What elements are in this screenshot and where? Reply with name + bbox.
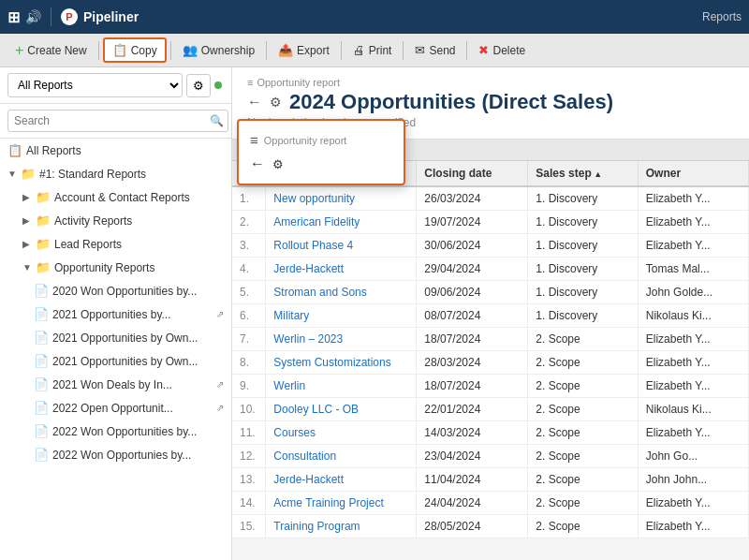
cell-name[interactable]: American Fidelity [266,211,417,234]
create-new-button[interactable]: + Create New [7,38,95,63]
opportunity-table: No. Opportunity name Closing date Sales … [232,161,749,538]
report-type: ≡ Opportunity report [247,77,734,88]
report-icon: 📄 [34,424,49,438]
sidebar-item-2021-opp-own1[interactable]: 📄 2021 Opportunities by Own... [0,326,231,349]
sidebar-item-2020-won[interactable]: 📄 2020 Won Opportunities by... [0,279,231,302]
cell-owner: Elizabeth Y... [638,211,748,234]
grid-icon: ⊞ [7,8,20,26]
tooltip-gear-button[interactable]: ⚙ [272,157,284,171]
cell-owner: Elizabeth Y... [638,234,748,258]
folder-icon: 📋 [7,143,22,157]
cell-name[interactable]: Military [266,304,417,328]
delete-label: Delete [492,44,525,57]
search-icon: 🔍 [210,114,224,127]
col-owner[interactable]: Owner [638,161,748,186]
cell-name[interactable]: Training Program [266,515,417,538]
sidebar-item-2021-opp-own2[interactable]: 📄 2021 Opportunities by Own... [0,349,231,373]
sidebar-item-standard-reports[interactable]: ▼ 📁 #1: Standard Reports [0,162,231,185]
table-row: 13. Jerde-Hackett 11/04/2024 2. Scope Jo… [232,468,749,492]
back-button[interactable]: ← [247,94,262,111]
cell-closing: 26/03/2024 [417,186,528,211]
table-row: 6. Military 08/07/2024 1. Discovery Niko… [232,304,749,328]
reports-dropdown[interactable]: All Reports [7,73,183,97]
cell-name[interactable]: Jerde-Hackett [266,468,417,492]
export-button[interactable]: 📤 Export [271,39,337,61]
gear-icon: ⚙ [193,79,204,93]
sidebar-item-2022-open[interactable]: 📄 2022 Open Opportunit... ⇗ [0,396,231,420]
table-body: 1. New opportunity 26/03/2024 1. Discove… [232,186,749,538]
sidebar-item-2022-won2[interactable]: 📄 2022 Won Opportunies by... [0,443,231,466]
cell-name[interactable]: Dooley LLC - OB [266,398,417,421]
send-button[interactable]: ✉ Send [407,39,463,61]
cell-no: 14. [232,492,266,515]
cell-owner: John John... [638,468,748,492]
cell-closing: 23/04/2024 [417,445,528,468]
delete-button[interactable]: ✖ Delete [471,39,533,61]
cell-owner: Elizabeth Y... [638,328,748,351]
cell-name[interactable]: Courses [266,421,417,445]
sidebar-item-2022-won[interactable]: 📄 2022 Won Opportunities by... [0,420,231,443]
sidebar-item-2021-opp[interactable]: 📄 2021 Opportunities by... ⇗ [0,302,231,326]
copy-label: Copy [131,44,157,57]
col-step[interactable]: Sales step [528,161,638,186]
cell-step: 2. Scope [528,468,638,492]
cell-closing: 29/04/2024 [417,258,528,281]
table-row: 1. New opportunity 26/03/2024 1. Discove… [232,186,749,211]
cell-owner: Elizabeth Y... [638,421,748,445]
folder-icon: 📁 [36,214,51,228]
cell-name[interactable]: Consultation [266,445,417,468]
send-label: Send [429,44,455,57]
search-input[interactable] [7,110,228,132]
tooltip-actions: ← ⚙ [250,155,392,172]
cell-closing: 28/05/2024 [417,515,528,538]
ownership-button[interactable]: 👥 Ownership [175,39,262,61]
cell-name[interactable]: New opportunity [266,186,417,211]
chevron-down-icon: ▼ [7,169,17,179]
print-button[interactable]: 🖨 Print [345,39,400,61]
cell-name[interactable]: Jerde-Hackett [266,258,417,281]
cell-name[interactable]: Acme Training Project [266,492,417,515]
tooltip-header: ≡ Opportunity report [250,132,392,148]
top-bar: ⊞ 🔊 P Pipeliner Reports [0,0,749,34]
copy-button[interactable]: 📋 Copy [103,37,167,63]
sidebar-item-2021-won[interactable]: 📄 2021 Won Deals by In... ⇗ [0,373,231,396]
chevron-down-icon: ▼ [22,262,32,273]
cell-name[interactable]: Rollout Phase 4 [266,234,417,258]
cell-name[interactable]: Stroman and Sons [266,281,417,304]
cell-name[interactable]: Werlin – 2023 [266,328,417,351]
cell-no: 5. [232,281,266,304]
sidebar-item-lead[interactable]: ▶ 📁 Lead Reports [0,232,231,256]
report-icon: 📄 [34,284,49,298]
tooltip-back-button[interactable]: ← [250,155,265,172]
cell-step: 1. Discovery [528,234,638,258]
cell-step: 2. Scope [528,515,638,538]
report-settings-button[interactable]: ⚙ [270,95,282,110]
people-icon: 👥 [183,43,198,57]
cell-owner: Elizabeth Y... [638,351,748,375]
cell-closing: 08/07/2024 [417,304,528,328]
content-area: ≡ Opportunity report ← ⚙ ≡ Opportunity r… [232,67,749,560]
toolbar: + Create New 📋 Copy 👥 Ownership 📤 Export… [0,34,749,67]
cell-step: 2. Scope [528,421,638,445]
cell-closing: 11/04/2024 [417,468,528,492]
cell-step: 2. Scope [528,375,638,398]
sidebar: All Reports ⚙ 🔍 📋 All Reports ▼ 📁 #1: St… [0,67,232,560]
chevron-right-icon: ▶ [22,192,32,202]
report-icon: 📄 [34,377,49,391]
share-icon: ⇗ [216,403,224,413]
cell-name[interactable]: Werlin [266,375,417,398]
cell-no: 4. [232,258,266,281]
sidebar-item-account-contact[interactable]: ▶ 📁 Account & Contact Reports [0,185,231,209]
cell-name[interactable]: System Customizations [266,351,417,375]
sidebar-item-all-reports[interactable]: 📋 All Reports [0,139,231,162]
sidebar-tree: 📋 All Reports ▼ 📁 #1: Standard Reports ▶… [0,139,231,560]
col-closing[interactable]: Closing date [417,161,528,186]
sidebar-gear-button[interactable]: ⚙ [186,74,211,97]
sidebar-item-opportunity[interactable]: ▼ 📁 Opportunity Reports [0,256,231,279]
folder-icon: 📁 [36,190,51,204]
sidebar-item-activity[interactable]: ▶ 📁 Activity Reports [0,209,231,232]
cell-step: 2. Scope [528,445,638,468]
cell-owner: Elizabeth Y... [638,515,748,538]
cell-no: 10. [232,398,266,421]
report-icon: 📄 [34,331,49,345]
